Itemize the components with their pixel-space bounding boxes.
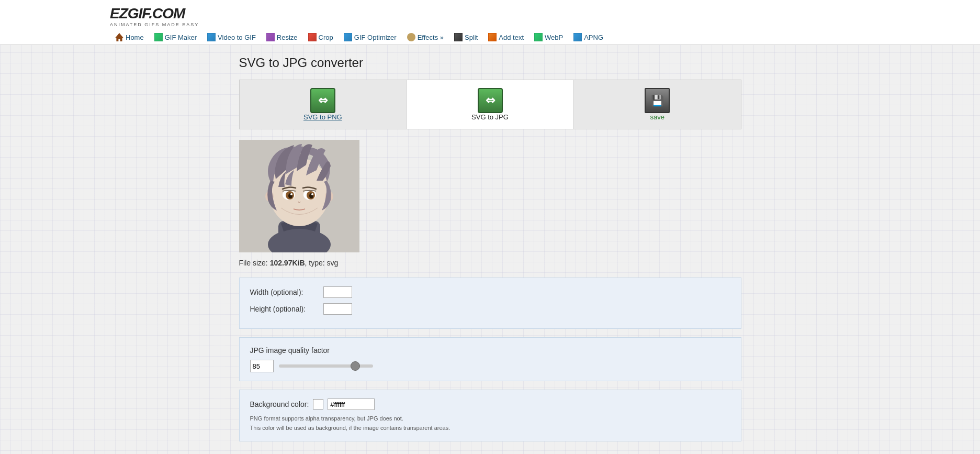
height-input[interactable] xyxy=(323,303,352,315)
bgcolor-label: Background color: xyxy=(250,400,309,408)
file-size-prefix: File size: xyxy=(239,259,270,267)
nav-item-apng[interactable]: APNG xyxy=(568,30,609,45)
nav-item-split[interactable]: Split xyxy=(449,30,483,45)
bgcolor-note-line1: PNG format supports alpha transparency, … xyxy=(250,415,403,422)
tab-svg-to-jpg-label: SVG to JPG xyxy=(471,113,509,121)
dimensions-panel: Width (optional): Height (optional): xyxy=(239,278,741,329)
nav-label-effects: Effects » xyxy=(418,34,444,41)
resize-icon xyxy=(266,33,275,41)
split-icon xyxy=(454,33,463,41)
width-input[interactable] xyxy=(323,286,352,298)
nav-label-webp: WebP xyxy=(545,34,563,41)
nav-item-video-to-gif[interactable]: Video to GIF xyxy=(202,30,261,45)
file-type-prefix: , type: xyxy=(305,259,327,267)
preview-image xyxy=(239,140,359,252)
svg-point-12 xyxy=(311,193,313,195)
tab-svg-to-png-label: SVG to PNG xyxy=(303,113,342,121)
nav-item-crop[interactable]: Crop xyxy=(303,30,339,45)
tab-save-label: save xyxy=(650,113,664,121)
site-logo: EZGIF.COM xyxy=(110,5,185,21)
crop-icon xyxy=(308,33,317,41)
logo-subtitle: ANIMATED GIFS MADE EASY xyxy=(110,22,980,27)
nav-item-resize[interactable]: Resize xyxy=(261,30,303,45)
nav-label-add-text: Add text xyxy=(499,34,524,41)
nav-label-split: Split xyxy=(465,34,478,41)
nav-label-crop: Crop xyxy=(319,34,333,41)
quality-row xyxy=(250,360,730,372)
anime-svg xyxy=(239,140,359,252)
bgcolor-note-line2: This color will be used as background, i… xyxy=(250,425,450,431)
quality-slider[interactable] xyxy=(279,364,373,368)
nav-label-gif-maker: GIF Maker xyxy=(165,34,197,41)
nav-item-home[interactable]: Home xyxy=(110,30,149,45)
file-size-value: 102.97KiB xyxy=(270,259,305,267)
svg-to-jpg-icon: ⇔ xyxy=(478,88,503,113)
nav-label-resize: Resize xyxy=(277,34,298,41)
quality-panel: JPG image quality factor xyxy=(239,337,741,381)
home-icon xyxy=(115,33,123,41)
nav-item-add-text[interactable]: Add text xyxy=(483,30,529,45)
nav-label-video-to-gif: Video to GIF xyxy=(218,34,256,41)
bgcolor-row: Background color: xyxy=(250,398,730,410)
svg-point-11 xyxy=(290,193,292,195)
nav-label-apng: APNG xyxy=(584,34,603,41)
bgcolor-note: PNG format supports alpha transparency, … xyxy=(250,414,730,433)
bgcolor-swatch[interactable] xyxy=(313,399,323,409)
nav-item-webp[interactable]: WebP xyxy=(529,30,568,45)
file-info: File size: 102.97KiB, type: svg xyxy=(239,259,741,267)
height-label: Height (optional): xyxy=(250,305,323,313)
effects-icon xyxy=(407,33,415,41)
video-icon xyxy=(207,33,216,41)
nav-label-home: Home xyxy=(126,34,144,41)
nav-item-gif-optimizer[interactable]: GIF Optimizer xyxy=(339,30,402,45)
apng-icon xyxy=(573,33,582,41)
save-icon: 💾 xyxy=(645,88,670,113)
tab-save[interactable]: 💾 save xyxy=(574,80,741,129)
nav-item-effects[interactable]: Effects » xyxy=(402,30,449,45)
width-row: Width (optional): xyxy=(250,286,730,298)
nav-item-gif-maker[interactable]: GIF Maker xyxy=(149,30,202,45)
tab-svg-to-png[interactable]: ⇔ SVG to PNG xyxy=(240,80,407,129)
svg-to-png-icon: ⇔ xyxy=(310,88,335,113)
nav-label-gif-optimizer: GIF Optimizer xyxy=(354,34,397,41)
main-nav: HomeGIF MakerVideo to GIFResizeCropGIF O… xyxy=(110,30,980,45)
image-preview xyxy=(239,140,741,252)
optimizer-icon xyxy=(344,33,352,41)
file-type-value: svg xyxy=(327,259,339,267)
webp-icon xyxy=(534,33,543,41)
bgcolor-input[interactable] xyxy=(328,398,375,410)
page-title: SVG to JPG converter xyxy=(239,56,741,70)
height-row: Height (optional): xyxy=(250,303,730,315)
converter-tabs: ⇔ SVG to PNG ⇔ SVG to JPG 💾 save xyxy=(239,80,741,129)
gif-maker-icon xyxy=(154,33,163,41)
quality-number-input[interactable] xyxy=(250,360,274,372)
background-color-panel: Background color: PNG format supports al… xyxy=(239,390,741,441)
addtext-icon xyxy=(488,33,497,41)
quality-label: JPG image quality factor xyxy=(250,346,730,355)
width-label: Width (optional): xyxy=(250,288,323,296)
tab-svg-to-jpg[interactable]: ⇔ SVG to JPG xyxy=(407,80,574,129)
